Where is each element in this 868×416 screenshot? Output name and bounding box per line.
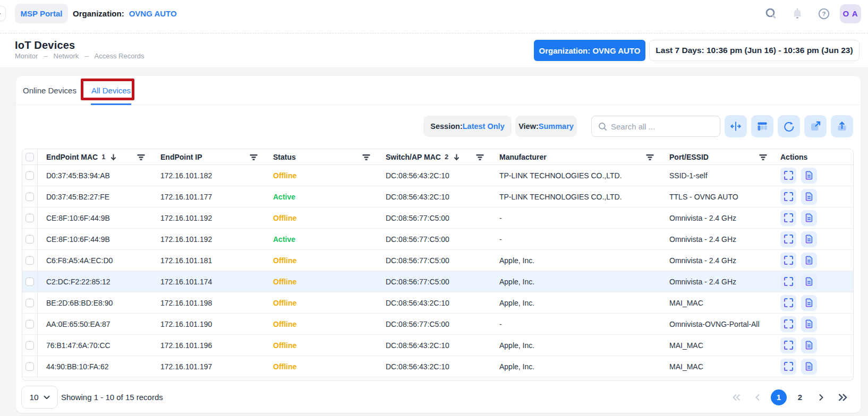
row-details-button[interactable] <box>801 231 817 247</box>
header-port-essid[interactable]: Port/ESSID <box>661 149 774 164</box>
expand-row-button[interactable] <box>780 253 796 268</box>
table-row[interactable]: AA:0E:65:50:EA:87172.16.101.190OfflineDC… <box>22 314 853 335</box>
table-row[interactable]: 44:90:BB:10:FA:62172.16.101.197OfflineDC… <box>22 356 853 377</box>
header-manufacturer[interactable]: Manufacturer <box>491 149 661 164</box>
table-row[interactable]: D0:37:45:B2:27:FE172.16.101.177ActiveDC:… <box>22 186 853 207</box>
cell-endpoint-mac: D0:37:45:B2:27:FE <box>38 186 152 207</box>
first-page-button[interactable] <box>726 387 747 408</box>
table-row[interactable]: C6:F8:A5:4A:EC:D0172.16.101.181OfflineDC… <box>22 250 853 271</box>
row-details-button[interactable] <box>801 210 817 226</box>
refresh-button[interactable] <box>778 115 800 137</box>
breadcrumb-item-access-records[interactable]: Access Records <box>95 52 144 60</box>
page-size-select[interactable]: 10 <box>21 386 58 409</box>
row-checkbox[interactable] <box>25 278 34 286</box>
help-icon[interactable]: ? <box>811 3 837 24</box>
cell-switch-ap-mac: DC:08:56:43:2C:10 <box>377 356 491 377</box>
filter-icon[interactable] <box>759 153 767 161</box>
header-endpoint-ip[interactable]: EndPoint IP <box>152 149 265 164</box>
table-row[interactable]: CE:8F:10:6F:44:9B172.16.101.192ActiveDC:… <box>22 229 853 250</box>
user-avatar[interactable]: O A <box>840 4 861 23</box>
table-row[interactable]: CE:8F:10:6F:44:9B172.16.101.192OfflineDC… <box>22 207 853 229</box>
expand-row-button[interactable] <box>780 231 796 247</box>
breadcrumb-item-network[interactable]: Network <box>54 52 79 60</box>
open-external-button[interactable] <box>804 115 827 137</box>
tab-bar: Online Devices All Devices <box>16 76 861 105</box>
row-checkbox[interactable] <box>25 299 34 307</box>
organization-value-link[interactable]: OVNG AUTO <box>129 9 177 18</box>
expand-row-button[interactable] <box>780 337 796 353</box>
tab-all-devices[interactable]: All Devices <box>91 76 131 105</box>
row-details-button[interactable] <box>801 168 817 184</box>
row-details-button[interactable] <box>801 295 817 311</box>
row-checkbox[interactable] <box>25 171 34 180</box>
row-details-button[interactable] <box>801 316 817 332</box>
search-icon[interactable] <box>758 3 784 24</box>
column-resize-button[interactable] <box>725 115 747 137</box>
row-checkbox[interactable] <box>25 256 34 265</box>
column-settings-button[interactable] <box>751 115 773 137</box>
last-page-button[interactable] <box>832 387 853 408</box>
expand-row-button[interactable] <box>780 295 796 311</box>
view-label: View: <box>518 122 539 131</box>
row-checkbox[interactable] <box>25 214 34 222</box>
filter-icon[interactable] <box>362 153 370 161</box>
breadcrumb-item-monitor[interactable]: Monitor <box>15 52 38 60</box>
page-button-2[interactable]: 2 <box>789 387 811 408</box>
row-checkbox[interactable] <box>25 193 34 201</box>
sort-desc-arrow-icon[interactable] <box>453 153 460 161</box>
page-button-1[interactable]: 1 <box>768 387 789 408</box>
table-row[interactable]: BE:2D:6B:BD:E8:90172.16.101.198OfflineDC… <box>22 292 853 314</box>
row-details-button[interactable] <box>801 337 817 353</box>
row-details-button[interactable] <box>801 274 817 290</box>
sort-desc-arrow-icon[interactable] <box>110 153 117 161</box>
view-filter-pill[interactable]: View:Summary <box>515 116 577 137</box>
header-endpoint-mac[interactable]: EndPoint MAC 1 <box>38 149 152 164</box>
expand-row-button[interactable] <box>780 210 796 226</box>
notifications-bell-icon[interactable] <box>784 3 811 24</box>
msp-portal-chip[interactable]: MSP Portal <box>15 4 68 23</box>
filter-icon[interactable] <box>137 153 145 161</box>
row-checkbox[interactable] <box>25 362 34 371</box>
sort-order-badge: 2 <box>445 153 448 161</box>
next-page-button[interactable] <box>811 387 832 408</box>
table-row[interactable]: C2:DC:F2:22:85:12172.16.101.174OfflineDC… <box>22 271 853 292</box>
expand-row-button[interactable] <box>780 168 796 184</box>
export-button[interactable] <box>831 115 853 137</box>
select-all-checkbox[interactable] <box>25 153 34 161</box>
header-switch-ap-mac-label: Switch/AP MAC <box>386 153 441 161</box>
row-details-button[interactable] <box>801 253 817 268</box>
header-status[interactable]: Status <box>265 149 377 164</box>
app: MSP Portal Organization: OVNG AUTO <box>0 0 868 416</box>
search-input[interactable] <box>611 122 713 131</box>
date-range-picker[interactable]: Last 7 Days: 10:36 pm (Jun 16) - 10:36 p… <box>649 40 860 61</box>
previous-page-button[interactable] <box>747 387 768 408</box>
cell-actions <box>774 335 853 356</box>
row-checkbox[interactable] <box>25 235 34 244</box>
table-row[interactable]: D0:37:45:B3:94:AB172.16.101.182OfflineDC… <box>22 165 853 186</box>
current-page-indicator: 1 <box>771 389 787 405</box>
filter-icon[interactable] <box>250 153 258 161</box>
tab-online-devices[interactable]: Online Devices <box>23 76 76 105</box>
cell-port-essid: MAI_MAC <box>661 335 774 356</box>
filter-icon[interactable] <box>646 153 654 161</box>
expand-row-button[interactable] <box>780 274 796 290</box>
row-details-button[interactable] <box>801 359 817 375</box>
cell-switch-ap-mac: DC:08:56:77:C5:00 <box>377 229 491 249</box>
cell-endpoint-mac: C2:DC:F2:22:85:12 <box>38 271 152 292</box>
page-header: IoT Devices Monitor – Network – Access R… <box>0 34 868 67</box>
expand-row-button[interactable] <box>780 316 796 332</box>
cell-actions <box>774 356 853 377</box>
expand-row-button[interactable] <box>780 189 796 205</box>
header-switch-ap-mac[interactable]: Switch/AP MAC 2 <box>377 149 491 164</box>
sidebar-collapse-button[interactable] <box>0 6 6 21</box>
cell-switch-ap-mac: DC:08:56:77:C5:00 <box>377 271 491 292</box>
row-checkbox[interactable] <box>25 341 34 350</box>
organization-selector-button[interactable]: Organization: OVNG AUTO <box>534 40 645 61</box>
session-filter-pill[interactable]: Session:Latest Only <box>423 116 512 137</box>
expand-row-button[interactable] <box>780 359 796 375</box>
filter-icon[interactable] <box>476 153 484 161</box>
row-checkbox[interactable] <box>25 320 34 328</box>
row-details-button[interactable] <box>801 189 817 205</box>
table-row[interactable]: 76:B1:47:6A:70:CC172.16.101.196OfflineDC… <box>22 335 853 356</box>
expand-fullscreen-icon <box>784 361 794 371</box>
